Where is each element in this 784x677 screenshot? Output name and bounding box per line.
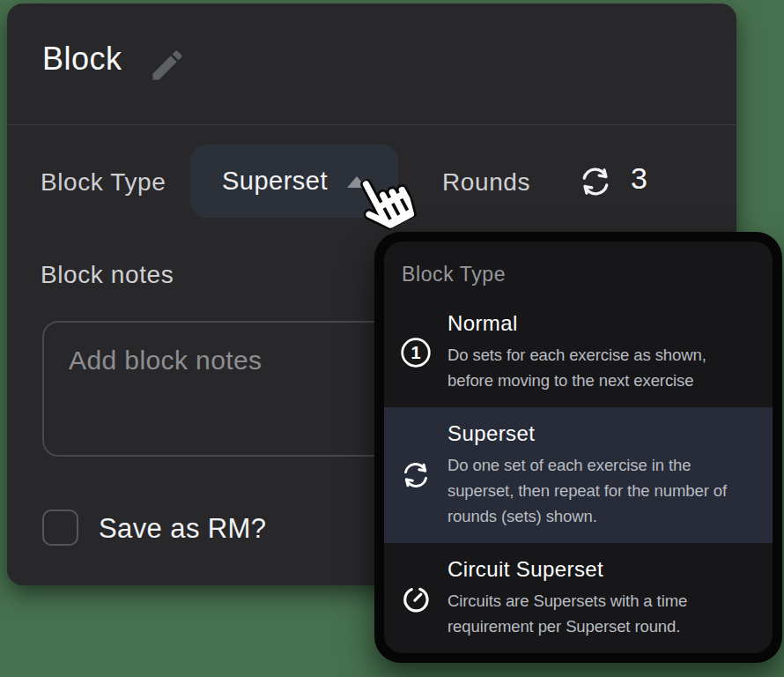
save-rm-checkbox[interactable] [42,510,78,546]
page-title: Block [42,41,122,78]
block-type-menu-inner: Block Type 1 Normal Do sets for each exe… [384,242,773,653]
svg-text:1: 1 [410,343,420,362]
block-type-value: Superset [222,167,328,196]
option-description: Do sets for each exercise as shown, befo… [447,342,758,393]
menu-header: Block Type [402,263,773,286]
timer-icon [396,582,435,615]
option-title: Circuit Superset [447,557,758,582]
chevron-up-icon [347,176,366,188]
block-type-menu: Block Type 1 Normal Do sets for each exe… [374,232,782,663]
option-title: Superset [447,421,758,446]
rounds-value[interactable]: 3 [631,161,647,196]
repeat-icon [396,459,435,491]
block-notes-label: Block notes [41,261,174,289]
rounds-label: Rounds [442,168,530,197]
option-description: Circuits are Supersets with a time requi… [447,588,758,639]
option-title: Normal [447,311,758,336]
block-type-dropdown-button[interactable]: Superset [190,145,398,218]
block-type-label: Block Type [41,168,166,197]
repeat-icon [578,164,613,199]
circled-one-icon: 1 [396,336,435,369]
save-rm-label: Save as RM? [99,513,266,545]
edit-pencil-icon[interactable] [148,46,187,85]
menu-option-superset[interactable]: Superset Do one set of each exercise in … [384,407,773,543]
menu-option-normal[interactable]: 1 Normal Do sets for each exercise as sh… [384,297,773,407]
option-description: Do one set of each exercise in the super… [447,452,758,529]
menu-option-circuit-superset[interactable]: Circuit Superset Circuits are Supersets … [384,543,773,653]
header-divider [7,124,736,125]
